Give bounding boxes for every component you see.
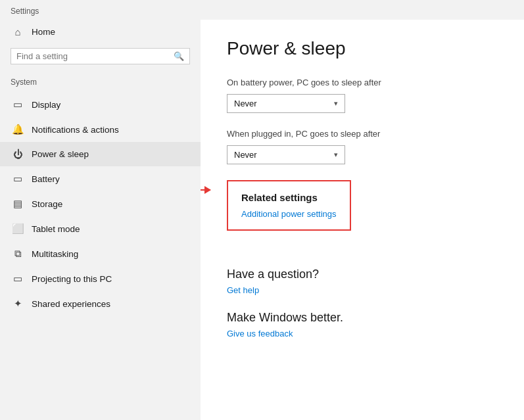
sidebar: ⌂ Home 🔍 System ▭ Display 🔔 Notification… (0, 20, 201, 420)
main-content: Power & sleep On battery power, PC goes … (201, 20, 524, 420)
search-icon[interactable]: 🔍 (174, 51, 184, 61)
battery-power-section: On battery power, PC goes to sleep after… (227, 78, 498, 113)
related-settings-box: Related settings Additional power settin… (227, 180, 351, 231)
multitasking-icon: ⧉ (11, 248, 25, 260)
title-bar: Settings (0, 0, 524, 20)
power-icon: ⏻ (11, 149, 25, 160)
tablet-icon: ⬜ (11, 223, 25, 235)
have-a-question-section: Have a question? Get help (227, 268, 498, 295)
make-windows-section: Make Windows better. Give us feedback (227, 311, 498, 338)
sidebar-item-home[interactable]: ⌂ Home (0, 20, 201, 44)
search-input[interactable] (16, 51, 174, 61)
have-question-heading: Have a question? (227, 268, 498, 281)
battery-dropdown[interactable]: Never ▾ (227, 94, 345, 113)
sidebar-item-notifications[interactable]: 🔔 Notifications & actions (0, 117, 201, 142)
battery-dropdown-chevron: ▾ (334, 99, 338, 108)
sidebar-item-display[interactable]: ▭ Display (0, 92, 201, 117)
plugged-dropdown-chevron: ▾ (334, 151, 338, 159)
projecting-icon: ▭ (11, 273, 25, 285)
plugged-dropdown[interactable]: Never ▾ (227, 145, 345, 164)
plugged-in-label: When plugged in, PC goes to sleep after (227, 129, 498, 139)
sidebar-item-multitasking[interactable]: ⧉ Multitasking (0, 241, 201, 266)
storage-icon: ▤ (11, 198, 25, 210)
display-icon: ▭ (11, 99, 25, 110)
sidebar-item-projecting[interactable]: ▭ Projecting to this PC (0, 266, 201, 291)
search-box[interactable]: 🔍 (11, 48, 190, 64)
notifications-icon: 🔔 (11, 124, 25, 135)
sidebar-item-storage[interactable]: ▤ Storage (0, 191, 201, 216)
battery-power-label: On battery power, PC goes to sleep after (227, 78, 498, 87)
related-settings-title: Related settings (241, 192, 337, 203)
page-title: Power & sleep (227, 38, 498, 59)
make-windows-heading: Make Windows better. (227, 311, 498, 325)
home-icon: ⌂ (11, 26, 25, 37)
plugged-in-section: When plugged in, PC goes to sleep after … (227, 129, 498, 164)
give-feedback-link[interactable]: Give us feedback (227, 329, 498, 338)
battery-icon: ▭ (11, 173, 25, 185)
get-help-link[interactable]: Get help (227, 285, 498, 295)
sidebar-item-battery[interactable]: ▭ Battery (0, 166, 201, 191)
sidebar-item-power-sleep[interactable]: ⏻ Power & sleep (0, 142, 201, 166)
sidebar-item-shared-experiences[interactable]: ✦ Shared experiences (0, 291, 201, 316)
additional-power-settings-link[interactable]: Additional power settings (241, 209, 337, 219)
system-section-label: System (0, 75, 201, 92)
shared-icon: ✦ (11, 298, 25, 310)
sidebar-item-tablet-mode[interactable]: ⬜ Tablet mode (0, 216, 201, 241)
annotation-arrow (201, 189, 210, 191)
